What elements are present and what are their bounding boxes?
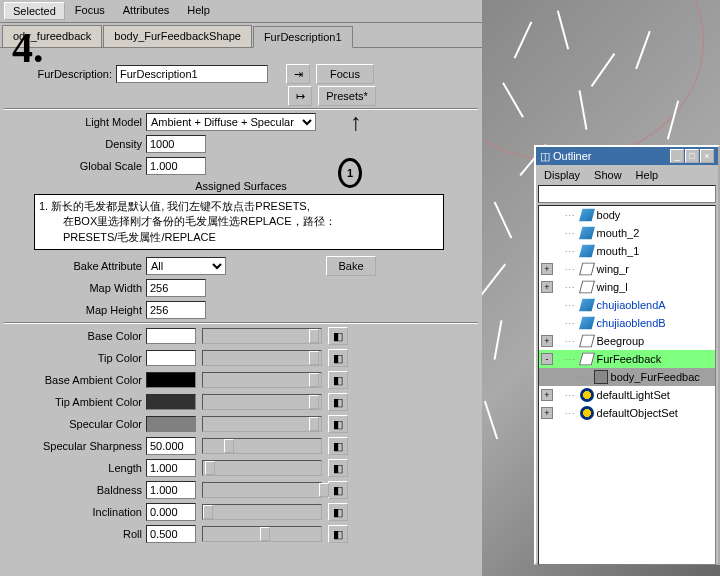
- base-slider[interactable]: [202, 328, 322, 344]
- close-button[interactable]: ×: [700, 149, 714, 163]
- mesh-icon: [579, 227, 595, 240]
- outliner-item-label: Beegroup: [597, 335, 645, 347]
- spec-slider[interactable]: [202, 416, 322, 432]
- mapheight-label: Map Height: [4, 304, 146, 316]
- len-slider[interactable]: [202, 460, 322, 476]
- tamb-swatch[interactable]: [146, 394, 196, 410]
- density-label: Density: [4, 138, 146, 150]
- outliner-item-wing_l[interactable]: +···wing_l: [539, 278, 715, 296]
- outliner-item-FurFeedback[interactable]: -···FurFeedback: [539, 350, 715, 368]
- mesh-icon: [579, 245, 595, 258]
- outliner-item-mouth_2[interactable]: ···mouth_2: [539, 224, 715, 242]
- furdescription-input[interactable]: [116, 65, 268, 83]
- outliner-item-Beegroup[interactable]: +···Beegroup: [539, 332, 715, 350]
- tree-connector: ···: [555, 264, 580, 274]
- bald-map-button[interactable]: ◧: [328, 481, 348, 499]
- presets-button[interactable]: Presets*: [318, 86, 376, 106]
- inc-input[interactable]: [146, 503, 196, 521]
- outliner-filter[interactable]: [538, 185, 716, 203]
- menu-focus[interactable]: Focus: [67, 2, 113, 20]
- base-map-button[interactable]: ◧: [328, 327, 348, 345]
- bald-input[interactable]: [146, 481, 196, 499]
- inc-slider[interactable]: [202, 504, 322, 520]
- outliner-item-chujiaoblendB[interactable]: ···chujiaoblendB: [539, 314, 715, 332]
- annotation-step-4: 4.: [12, 24, 44, 72]
- expand-toggle[interactable]: +: [541, 335, 553, 347]
- tree-connector: ···: [569, 372, 594, 382]
- density-input[interactable]: [146, 135, 206, 153]
- bake-select[interactable]: All: [146, 257, 226, 275]
- expand-toggle[interactable]: -: [541, 353, 553, 365]
- assigned-surfaces-title: Assigned Surfaces: [4, 178, 478, 194]
- nav-out-button[interactable]: ↦: [288, 86, 312, 106]
- outliner-display-menu[interactable]: Display: [538, 167, 586, 183]
- spec-map-button[interactable]: ◧: [328, 415, 348, 433]
- bamb-swatch[interactable]: [146, 372, 196, 388]
- expand-toggle[interactable]: +: [541, 407, 553, 419]
- tamb-map-button[interactable]: ◧: [328, 393, 348, 411]
- expand-toggle[interactable]: +: [541, 263, 553, 275]
- tree-connector: ···: [555, 354, 580, 364]
- tab-feedbackshape[interactable]: body_FurFeedbackShape: [103, 25, 252, 47]
- outliner-item-chujiaoblendA[interactable]: ···chujiaoblendA: [539, 296, 715, 314]
- bald-slider[interactable]: [202, 482, 322, 498]
- inc-map-button[interactable]: ◧: [328, 503, 348, 521]
- tip-swatch[interactable]: [146, 350, 196, 366]
- spec-label: Specular Color: [4, 418, 146, 430]
- sharp-label: Specular Sharpness: [4, 440, 146, 452]
- sharp-map-button[interactable]: ◧: [328, 437, 348, 455]
- empty-icon: [579, 335, 595, 348]
- roll-map-button[interactable]: ◧: [328, 525, 348, 543]
- roll-label: Roll: [4, 528, 146, 540]
- len-input[interactable]: [146, 459, 196, 477]
- outliner-item-body[interactable]: ···body: [539, 206, 715, 224]
- outliner-menubar: Display Show Help: [536, 165, 718, 185]
- tree-connector: ···: [555, 318, 580, 328]
- menu-selected[interactable]: Selected: [4, 2, 65, 20]
- outliner-item-wing_r[interactable]: +···wing_r: [539, 260, 715, 278]
- base-swatch[interactable]: [146, 328, 196, 344]
- bamb-map-button[interactable]: ◧: [328, 371, 348, 389]
- spec-swatch[interactable]: [146, 416, 196, 432]
- focus-button[interactable]: Focus: [316, 64, 374, 84]
- menu-help[interactable]: Help: [179, 2, 218, 20]
- outliner-titlebar[interactable]: ◫ Outliner _ □ ×: [536, 147, 718, 165]
- outliner-show-menu[interactable]: Show: [588, 167, 628, 183]
- tamb-slider[interactable]: [202, 394, 322, 410]
- maximize-button[interactable]: □: [685, 149, 699, 163]
- len-map-button[interactable]: ◧: [328, 459, 348, 477]
- len-label: Length: [4, 462, 146, 474]
- outliner-window[interactable]: ◫ Outliner _ □ × Display Show Help ···bo…: [534, 145, 720, 565]
- lightmodel-label: Light Model: [4, 116, 146, 128]
- expand-toggle[interactable]: +: [541, 389, 553, 401]
- tab-furdescription[interactable]: FurDescription1: [253, 26, 353, 48]
- outliner-item-body_FurFeedbac[interactable]: ···body_FurFeedbac: [539, 368, 715, 386]
- sharp-input[interactable]: [146, 437, 196, 455]
- bake-button[interactable]: Bake: [326, 256, 376, 276]
- outliner-item-defaultObjectSet[interactable]: +···defaultObjectSet: [539, 404, 715, 422]
- tamb-label: Tip Ambient Color: [4, 396, 146, 408]
- outliner-item-label: mouth_2: [597, 227, 640, 239]
- tree-connector: ···: [555, 390, 580, 400]
- outliner-tree[interactable]: ···body···mouth_2···mouth_1+···wing_r+··…: [538, 205, 716, 565]
- bamb-slider[interactable]: [202, 372, 322, 388]
- lightmodel-select[interactable]: Ambient + Diffuse + Specular: [146, 113, 316, 131]
- outliner-item-mouth_1[interactable]: ···mouth_1: [539, 242, 715, 260]
- mapwidth-input[interactable]: [146, 279, 206, 297]
- mapheight-input[interactable]: [146, 301, 206, 319]
- minimize-button[interactable]: _: [670, 149, 684, 163]
- nav-in-button[interactable]: ⇥: [286, 64, 310, 84]
- outliner-item-defaultLightSet[interactable]: +···defaultLightSet: [539, 386, 715, 404]
- sharp-slider[interactable]: [202, 438, 322, 454]
- annotation-circle-1: 1: [338, 158, 362, 188]
- menu-attributes[interactable]: Attributes: [115, 2, 177, 20]
- tree-connector: ···: [555, 300, 580, 310]
- outliner-help-menu[interactable]: Help: [630, 167, 665, 183]
- roll-input[interactable]: [146, 525, 196, 543]
- roll-slider[interactable]: [202, 526, 322, 542]
- tree-connector: ···: [555, 282, 580, 292]
- tip-map-button[interactable]: ◧: [328, 349, 348, 367]
- globalscale-input[interactable]: [146, 157, 206, 175]
- expand-toggle[interactable]: +: [541, 281, 553, 293]
- tip-slider[interactable]: [202, 350, 322, 366]
